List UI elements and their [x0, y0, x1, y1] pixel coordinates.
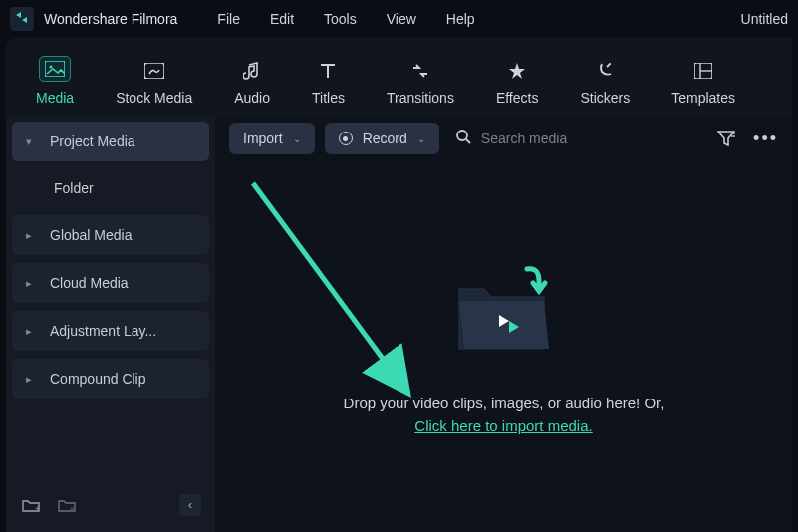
svg-point-3	[609, 63, 611, 65]
tab-label: Audio	[234, 90, 270, 106]
import-folder-icon	[449, 259, 559, 355]
chevron-down-icon: ▾	[26, 135, 42, 148]
sidebar-item-folder[interactable]: Folder	[12, 165, 209, 211]
sidebar: ▾ Project Media Folder ▸ Global Media ▸ …	[6, 116, 215, 532]
sidebar-item-label: Adjustment Lay...	[50, 323, 156, 339]
new-folder-icon[interactable]: +	[20, 495, 42, 515]
sidebar-item-label: Folder	[54, 180, 94, 196]
tab-stock-media[interactable]: Stock Media	[116, 60, 192, 106]
chevron-right-icon: ▸	[26, 325, 42, 338]
menu-bar: File Edit Tools View Help	[217, 11, 474, 27]
collapse-sidebar-button[interactable]: ‹	[179, 494, 201, 516]
chevron-down-icon: ⌄	[417, 133, 425, 144]
sidebar-item-label: Project Media	[50, 133, 135, 149]
title-bar: Wondershare Filmora File Edit Tools View…	[0, 0, 798, 38]
document-title: Untitled	[741, 11, 788, 27]
sidebar-item-global-media[interactable]: ▸ Global Media	[12, 215, 209, 255]
delete-folder-icon[interactable]: ×	[56, 495, 78, 515]
effects-icon	[504, 60, 530, 82]
button-label: Import	[243, 131, 283, 146]
import-button[interactable]: Import ⌄	[229, 123, 315, 154]
sidebar-item-label: Global Media	[50, 227, 133, 243]
sidebar-item-project-media[interactable]: ▾ Project Media	[12, 122, 209, 161]
sidebar-footer: + × ‹	[12, 484, 209, 526]
svg-text:+: +	[35, 504, 40, 512]
tab-audio[interactable]: Audio	[234, 60, 270, 106]
category-nav: Media Stock Media Audio Titles Transitio…	[6, 38, 792, 116]
search-input[interactable]	[481, 131, 641, 146]
menu-edit[interactable]: Edit	[270, 11, 294, 27]
button-label: Record	[363, 131, 407, 146]
tab-stickers[interactable]: Stickers	[580, 60, 630, 106]
tab-effects[interactable]: Effects	[496, 60, 539, 106]
media-icon	[39, 56, 71, 82]
media-toolbar: Import ⌄ Record ⌄ •••	[215, 116, 792, 161]
tab-media[interactable]: Media	[36, 56, 74, 106]
tab-transitions[interactable]: Transitions	[387, 60, 454, 106]
more-options-icon[interactable]: •••	[753, 129, 778, 149]
menu-view[interactable]: View	[387, 11, 416, 27]
sidebar-item-adjustment-layer[interactable]: ▸ Adjustment Lay...	[12, 311, 209, 351]
drop-hint-text: Drop your video clips, images, or audio …	[344, 395, 665, 411]
record-button[interactable]: Record ⌄	[325, 123, 439, 154]
templates-icon	[690, 60, 716, 82]
workspace: ▾ Project Media Folder ▸ Global Media ▸ …	[6, 116, 792, 532]
chevron-right-icon: ▸	[26, 277, 42, 290]
chevron-right-icon: ▸	[26, 373, 42, 386]
import-media-link[interactable]: Click here to import media.	[414, 417, 592, 434]
svg-line-10	[466, 139, 470, 143]
main-panel: Import ⌄ Record ⌄ •••	[215, 116, 792, 532]
svg-text:×: ×	[70, 504, 75, 512]
filter-icon[interactable]	[717, 131, 735, 146]
stickers-icon	[592, 60, 618, 82]
tab-label: Effects	[496, 90, 539, 106]
chevron-down-icon: ⌄	[293, 133, 301, 144]
tab-templates[interactable]: Templates	[671, 60, 735, 106]
tab-label: Templates	[671, 90, 735, 106]
tab-label: Titles	[312, 90, 345, 106]
sidebar-item-cloud-media[interactable]: ▸ Cloud Media	[12, 263, 209, 303]
media-drop-zone[interactable]: Drop your video clips, images, or audio …	[215, 161, 792, 532]
search-wrap	[455, 129, 707, 148]
svg-point-9	[457, 131, 467, 140]
sidebar-item-label: Compound Clip	[50, 371, 146, 387]
record-icon	[339, 132, 353, 145]
tab-label: Media	[36, 90, 74, 106]
transitions-icon	[407, 60, 433, 82]
tab-titles[interactable]: Titles	[312, 60, 345, 106]
app-logo-icon	[10, 7, 34, 31]
sidebar-item-compound-clip[interactable]: ▸ Compound Clip	[12, 359, 209, 399]
audio-icon	[239, 60, 265, 82]
tab-label: Stock Media	[116, 90, 192, 106]
svg-rect-0	[45, 61, 65, 77]
svg-point-1	[49, 65, 52, 68]
menu-file[interactable]: File	[217, 11, 240, 27]
menu-tools[interactable]: Tools	[324, 11, 357, 27]
tab-label: Stickers	[580, 90, 630, 106]
tab-label: Transitions	[387, 90, 454, 106]
chevron-right-icon: ▸	[26, 229, 42, 242]
sidebar-item-label: Cloud Media	[50, 275, 129, 291]
app-name: Wondershare Filmora	[44, 11, 177, 27]
search-icon	[455, 129, 471, 148]
titles-icon	[315, 60, 341, 82]
stock-media-icon	[141, 60, 167, 82]
menu-help[interactable]: Help	[446, 11, 475, 27]
